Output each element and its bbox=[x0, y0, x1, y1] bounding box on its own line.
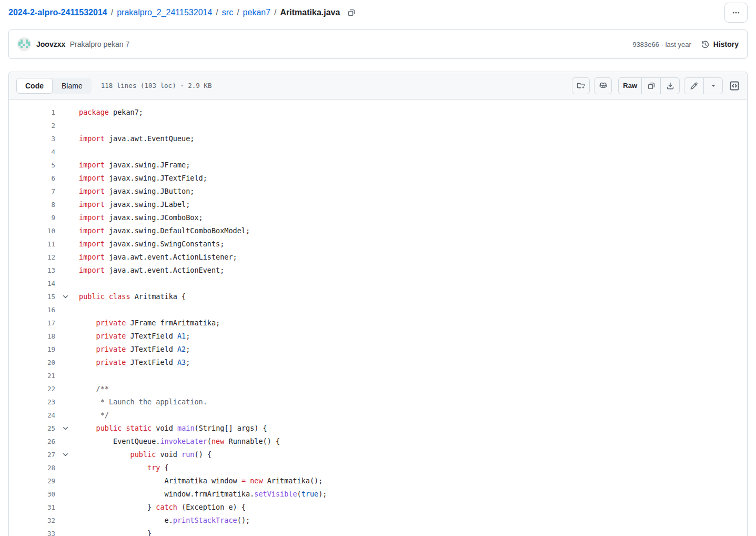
line-number[interactable]: 21 bbox=[9, 372, 55, 380]
line-number[interactable]: 27 bbox=[9, 451, 55, 459]
edit-file-button[interactable] bbox=[684, 78, 703, 94]
collapse-chevron-icon[interactable] bbox=[55, 293, 79, 300]
code-line: 22 /** bbox=[9, 382, 747, 395]
code-line: 29 Aritmatika window = new Aritmatika(); bbox=[9, 474, 747, 488]
line-number[interactable]: 10 bbox=[9, 227, 55, 235]
breadcrumb-repo-link[interactable]: 2024-2-alpro-2411532014 bbox=[8, 8, 107, 17]
line-number[interactable]: 12 bbox=[9, 253, 55, 261]
line-number[interactable]: 7 bbox=[9, 187, 55, 195]
line-number[interactable]: 13 bbox=[9, 266, 55, 274]
line-number[interactable]: 32 bbox=[9, 517, 55, 524]
breadcrumb-dir-link[interactable]: pekan7 bbox=[243, 8, 271, 17]
code-text: * Launch the application. bbox=[79, 395, 207, 409]
code-text: import javax.swing.JLabel; bbox=[79, 198, 190, 211]
pencil-icon bbox=[690, 82, 698, 90]
history-button[interactable]: History bbox=[701, 40, 739, 49]
breadcrumb-dir-link[interactable]: prakalpro_2_2411532014 bbox=[117, 8, 212, 17]
line-number[interactable]: 22 bbox=[9, 385, 55, 393]
code-text: EventQueue.invokeLater(new Runnable() { bbox=[79, 435, 280, 448]
collapse-chevron-icon[interactable] bbox=[55, 425, 79, 432]
commit-sha[interactable]: 9383e66 bbox=[632, 41, 659, 48]
code-text: import javax.swing.JTextField; bbox=[79, 172, 207, 185]
tab-code[interactable]: Code bbox=[16, 78, 53, 94]
line-number[interactable]: 15 bbox=[9, 293, 55, 301]
edit-dropdown-button[interactable] bbox=[703, 78, 722, 94]
symbols-panel-button[interactable] bbox=[729, 81, 740, 91]
line-number[interactable]: 8 bbox=[9, 201, 55, 209]
line-number[interactable]: 30 bbox=[9, 490, 55, 498]
file-header-toolbar: Code Blame 118 lines (103 loc) · 2.9 KB bbox=[9, 72, 747, 100]
code-text: } bbox=[79, 527, 152, 536]
code-text: import java.awt.EventQueue; bbox=[79, 132, 194, 145]
open-with-workspace-button[interactable] bbox=[572, 77, 590, 94]
collapse-chevron-icon[interactable] bbox=[55, 451, 79, 458]
copilot-icon bbox=[599, 81, 608, 90]
line-number[interactable]: 20 bbox=[9, 359, 55, 366]
code-line: 1package pekan7; bbox=[9, 106, 747, 119]
copy-path-button[interactable] bbox=[346, 7, 357, 18]
line-number[interactable]: 6 bbox=[9, 174, 55, 182]
file-content-box: Code Blame 118 lines (103 loc) · 2.9 KB bbox=[8, 72, 748, 536]
code-text: private JTextField A1; bbox=[79, 330, 190, 343]
line-number[interactable]: 2 bbox=[9, 122, 55, 130]
more-options-button[interactable] bbox=[724, 3, 748, 23]
line-number[interactable]: 14 bbox=[9, 280, 55, 287]
code-lines: 1package pekan7;23import java.awt.EventQ… bbox=[9, 106, 747, 536]
line-number[interactable]: 25 bbox=[9, 424, 55, 432]
history-clock-icon bbox=[701, 40, 710, 49]
copilot-button[interactable] bbox=[594, 77, 612, 94]
download-button[interactable] bbox=[660, 78, 679, 94]
line-number[interactable]: 26 bbox=[9, 438, 55, 445]
code-text: import java.awt.event.ActionEvent; bbox=[79, 264, 224, 277]
file-view-page: 2024-2-alpro-2411532014 / prakalpro_2_24… bbox=[0, 0, 756, 536]
commit-message-link[interactable]: Prakalpro pekan 7 bbox=[70, 40, 130, 48]
code-text: import javax.swing.DefaultComboBoxModel; bbox=[79, 224, 250, 237]
line-number[interactable]: 24 bbox=[9, 411, 55, 419]
breadcrumb-file-name: Aritmatika.java bbox=[280, 8, 340, 17]
code-line: 25 public static void main(String[] args… bbox=[9, 422, 747, 435]
identicon-avatar[interactable] bbox=[17, 37, 31, 51]
breadcrumb-separator: / bbox=[216, 8, 218, 17]
code-line: 21 bbox=[9, 369, 747, 382]
line-number[interactable]: 33 bbox=[9, 530, 55, 536]
code-line: 33 } bbox=[9, 527, 747, 536]
code-line: 3import java.awt.EventQueue; bbox=[9, 132, 747, 145]
line-number[interactable]: 23 bbox=[9, 398, 55, 406]
line-number[interactable]: 11 bbox=[9, 240, 55, 248]
raw-button[interactable]: Raw bbox=[619, 78, 641, 94]
kebab-horizontal-icon bbox=[732, 8, 740, 17]
line-number[interactable]: 18 bbox=[9, 332, 55, 340]
caret-down-icon bbox=[710, 82, 717, 90]
commit-time: last year bbox=[666, 41, 691, 48]
line-number[interactable]: 4 bbox=[9, 148, 55, 156]
code-text: package pekan7; bbox=[79, 106, 143, 119]
line-number[interactable]: 31 bbox=[9, 503, 55, 511]
file-meta-info: 118 lines (103 loc) · 2.9 KB bbox=[101, 82, 212, 90]
code-line: 15public class Aritmatika { bbox=[9, 290, 747, 303]
copy-icon bbox=[647, 82, 656, 90]
line-number[interactable]: 19 bbox=[9, 345, 55, 353]
code-line: 13import java.awt.event.ActionEvent; bbox=[9, 264, 747, 277]
line-number[interactable]: 9 bbox=[9, 214, 55, 222]
line-number[interactable]: 5 bbox=[9, 161, 55, 169]
line-number[interactable]: 17 bbox=[9, 319, 55, 327]
line-number[interactable]: 28 bbox=[9, 464, 55, 472]
download-icon bbox=[666, 82, 674, 90]
code-text: import javax.swing.SwingConstants; bbox=[79, 237, 224, 251]
line-number[interactable]: 16 bbox=[9, 306, 55, 314]
line-number[interactable]: 29 bbox=[9, 477, 55, 485]
commit-author-link[interactable]: Joovzxx bbox=[36, 40, 65, 48]
code-line: 11import javax.swing.SwingConstants; bbox=[9, 237, 747, 251]
commit-sha-time[interactable]: 9383e66 · last year bbox=[632, 41, 691, 48]
edit-group bbox=[684, 77, 723, 94]
code-line: 30 window.frmAritmatika.setVisible(true)… bbox=[9, 488, 747, 501]
line-number[interactable]: 3 bbox=[9, 135, 55, 143]
code-line: 7import javax.swing.JButton; bbox=[9, 185, 747, 198]
line-number[interactable]: 1 bbox=[9, 108, 55, 116]
tab-blame[interactable]: Blame bbox=[53, 78, 92, 94]
breadcrumb-dir-link[interactable]: src bbox=[222, 8, 233, 17]
code-text: private JTextField A2; bbox=[79, 343, 190, 356]
code-text: import java.awt.event.ActionListener; bbox=[79, 251, 237, 264]
copy-file-button[interactable] bbox=[641, 78, 660, 94]
commit-left: Joovzxx Prakalpro pekan 7 bbox=[17, 37, 129, 51]
